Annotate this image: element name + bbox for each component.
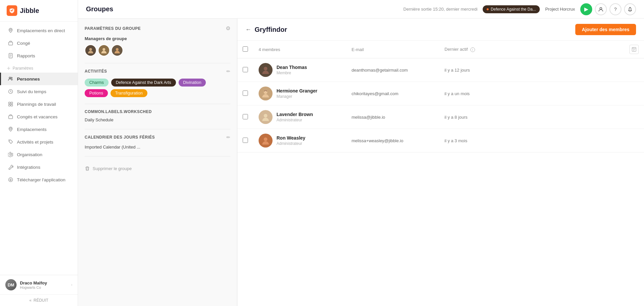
svg-point-14 [10,128,12,130]
group-settings-panel: PARAMÈTRES DU GROUPE ⚙ Managers de group… [78,19,237,306]
main-content: Groupes Dernière sortie 15:20, dernier m… [78,0,644,306]
svg-point-18 [600,7,602,9]
location-icon [8,28,14,33]
sidebar-item-conges[interactable]: Congés et vacances [0,110,78,123]
activities-title: ACTIVITÉS [85,69,107,74]
col-email-header: E-mail [346,41,439,58]
topbar-right: Dernière sortie 15:20, dernier mercredi … [403,3,636,15]
topbar: Groupes Dernière sortie 15:20, dernier m… [78,0,644,19]
members-table-body: Dean Thomas Membre deanthomas@getairmail… [237,58,644,153]
calendar-title: CALENDRIER DES JOURS FÉRIÉS [85,135,155,140]
manager-avatar-3 [111,44,123,56]
delete-group-button[interactable]: Supprimer le groupe [85,163,230,174]
active-activity-label: Defence Against the Da... [491,7,536,12]
activities-section: ACTIVITÉS ✏ Charms Defence Against the D… [85,69,230,97]
location2-icon [8,126,14,132]
sidebar-nav: Emplacements en direct Congé Rapports Pa… [0,22,78,275]
svg-rect-9 [9,102,10,104]
workschedule-title: COMMON.LABELS.WORKSCHED [85,109,230,114]
sidebar-item-emplacements-direct[interactable]: Emplacements en direct [0,24,78,37]
managers-label: Managers de groupe [85,36,230,41]
svg-point-15 [9,141,10,141]
member-active-3: il y a 3 mois [444,138,467,143]
svg-rect-10 [11,102,13,104]
tag-divination[interactable]: Divination [179,79,206,87]
tag-defence[interactable]: Defence Against the Dark Arts [111,79,176,87]
logo[interactable]: Jibble [0,0,78,22]
table-row: Hermione Granger Manager chikoritayes@gm… [237,82,644,105]
topbar-icons: ▶ ? [580,3,636,15]
sidebar-item-plannings[interactable]: Plannings de travail [0,98,78,110]
delete-group-label: Supprimer le groupe [93,166,132,171]
member-name-0: Dean Thomas [277,65,307,70]
member-email-1: chikoritayes@gmail.com [352,91,398,96]
sidebar-item-rapports-label: Rapports [17,53,35,58]
reduce-arrows-icon: « [29,298,32,303]
member-avatar-hermione [259,87,273,100]
member-checkbox-0[interactable] [243,67,248,72]
sidebar-item-emplacements[interactable]: Emplacements [0,123,78,136]
user-footer[interactable]: DM Draco Malfoy Hogwarts Co › [0,275,78,294]
sidebar-item-personnes-label: Personnes [17,77,40,82]
user-icon-button[interactable] [595,3,607,15]
activity-tags: Charms Defence Against the Dark Arts Div… [85,79,230,97]
clock-icon [8,89,14,94]
divider-3 [85,129,230,129]
user-info: Draco Malfoy Hogwarts Co [20,280,68,289]
svg-point-27 [264,67,268,71]
workschedule-section: COMMON.LABELS.WORKSCHED Daily Schedule [85,109,230,122]
file-icon [8,53,14,59]
sidebar-item-conge[interactable]: Congé [0,37,78,49]
calendar-edit-icon[interactable]: ✏ [226,135,230,140]
last-active-col-label: Dernier actif [444,47,468,52]
sidebar-item-suivi-label: Suivi du temps [17,89,46,94]
active-activity-badge[interactable]: Defence Against the Da... [483,5,540,13]
member-checkbox-1[interactable] [243,91,248,96]
svg-point-30 [264,138,268,141]
sidebar-item-conges-label: Congés et vacances [17,114,57,119]
member-email-2: melissa@jibble.io [352,115,385,120]
reduce-button[interactable]: « RÉDUIT [0,294,78,306]
member-checkbox-2[interactable] [243,114,248,119]
sidebar-item-organisation[interactable]: Organisation [0,148,78,161]
last-active-info-icon[interactable]: i [470,47,475,52]
manager-avatar-2 [98,44,110,56]
sidebar-item-integrations[interactable]: Intégrations [0,161,78,173]
sidebar-item-activites[interactable]: Activités et projets [0,136,78,148]
help-button[interactable]: ? [609,3,621,15]
back-arrow-icon[interactable]: ← [245,26,251,33]
play-button[interactable]: ▶ [580,3,592,15]
tag-charms[interactable]: Charms [85,79,109,87]
briefcase2-icon [8,114,14,120]
members-table: 4 membres E-mail Dernier actif i [237,41,644,153]
settings-gear-icon[interactable]: ⚙ [226,25,230,31]
member-active-1: il y a un mois [444,91,470,96]
params-title: PARAMÈTRES DU GROUPE [85,26,141,31]
svg-point-16 [10,154,12,155]
sidebar-item-rapports[interactable]: Rapports [0,49,78,62]
table-row: Ron Weasley Administrateur melissa+weasl… [237,129,644,153]
sidebar-item-suivi-temps[interactable]: Suivi du temps [0,85,78,98]
activities-edit-icon[interactable]: ✏ [226,69,230,74]
notifications-button[interactable] [624,3,636,15]
member-role-3: Administrateur [277,141,305,146]
sidebar: Jibble Emplacements en direct Congé Rapp… [0,0,78,306]
activities-header: ACTIVITÉS ✏ [85,69,230,74]
tag-icon [8,139,14,145]
sidebar-item-telecharger[interactable]: Télécharger l'application [0,173,78,186]
logo-icon [7,5,17,16]
user-name: Draco Malfoy [20,280,68,285]
user-arrow-icon: › [71,282,72,287]
project-label: Project Horcrux [545,7,575,12]
member-name-3: Ron Weasley [277,135,305,141]
page-title: Groupes [86,5,113,13]
tag-transfiguration[interactable]: Transfiguration [111,89,147,97]
tag-potions[interactable]: Potions [85,89,108,97]
add-members-button[interactable]: Ajouter des membres [575,24,636,35]
select-all-checkbox[interactable] [243,46,248,52]
sidebar-item-personnes[interactable]: Personnes [0,73,78,85]
content-area: PARAMÈTRES DU GROUPE ⚙ Managers de group… [78,19,644,306]
divider-1 [85,63,230,63]
export-icon[interactable] [629,45,639,54]
member-checkbox-3[interactable] [243,138,248,143]
